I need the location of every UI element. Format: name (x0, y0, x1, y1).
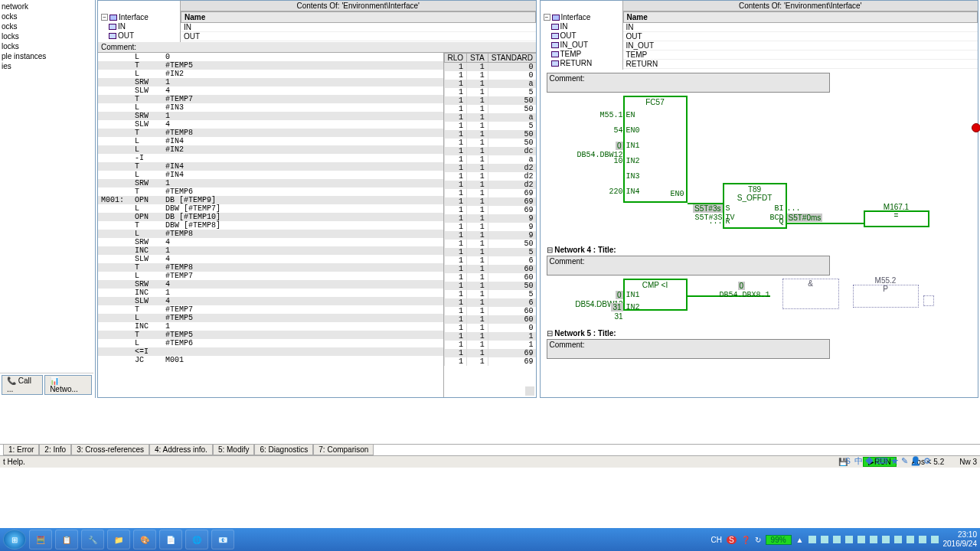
block-pin: EN (626, 111, 635, 119)
name-row[interactable]: OUT (623, 32, 978, 41)
stl-status-row: 1150 (444, 240, 536, 248)
and-block[interactable]: & (782, 279, 839, 309)
stl-row[interactable]: INC1 (98, 289, 443, 297)
stl-row[interactable]: OPNDB [#TEMP10] (98, 213, 443, 221)
name-row[interactable]: RETURN (623, 60, 978, 69)
name-row[interactable]: IN (623, 23, 978, 32)
cmp-title: CMP <I (625, 280, 686, 290)
network-comment[interactable]: Comment: (547, 73, 830, 93)
block-pin: IN2 (626, 157, 640, 165)
stl-row[interactable]: <=I (98, 347, 443, 356)
stl-row[interactable]: L#IN4 (98, 137, 443, 145)
network-3-diagram[interactable]: FC57 M55.1EN54EN00DB54.DBW12IN110IN2IN32… (577, 96, 972, 241)
stl-row[interactable]: INC1 (98, 322, 443, 331)
tree-node[interactable]: IN_OUT (544, 41, 621, 50)
network-4-header[interactable]: ⊟ Network 4 : Title: (547, 246, 972, 254)
sidebar-tab-call[interactable]: 📞 Call ... (2, 375, 43, 395)
name-row[interactable]: IN (181, 23, 536, 32)
stl-row[interactable]: T#TEMP7 (98, 95, 443, 103)
tree-node[interactable]: OUT (101, 31, 178, 41)
interface-tree-right[interactable]: −Interface INOUTIN_OUTTEMPRETURN (541, 11, 622, 70)
network-5-comment[interactable]: Comment: (547, 339, 830, 359)
fbd-pane: . −Interface INOUTIN_OUTTEMPRETURN Conte… (540, 0, 979, 398)
m55-coil[interactable]: M55.2 P (853, 285, 919, 308)
stl-row[interactable]: L0 (98, 53, 443, 61)
message-tab[interactable]: 5: Modify (213, 445, 255, 455)
message-tab[interactable]: 6: Diagnostics (254, 445, 313, 455)
stl-row[interactable]: T#TEMP8 (98, 129, 443, 137)
sidebar-tab-network[interactable]: 📊 Netwo... (44, 375, 92, 395)
interface-tree-left[interactable]: −Interface INOUT (98, 11, 180, 42)
stl-row[interactable]: JCM001 (98, 356, 443, 364)
stl-row[interactable]: L#IN3 (98, 103, 443, 112)
stl-code[interactable]: L0T#TEMP5L#IN2SRW1SLW4T#TEMP7L#IN3SRW1SL… (98, 53, 444, 397)
stl-row[interactable]: T#TEMP7 (98, 305, 443, 314)
sidebar-item[interactable]: ple instances (0, 51, 93, 61)
stl-row[interactable]: SLW4 (98, 255, 443, 263)
stl-row[interactable]: SRW1 (98, 179, 443, 187)
sidebar-tree[interactable]: networkocksockslockslocksple instancesie… (0, 2, 93, 373)
stl-row[interactable]: -I (98, 154, 443, 162)
sidebar-item[interactable]: ocks (0, 11, 93, 21)
name-row[interactable]: OUT (181, 32, 536, 41)
online-indicator-icon (972, 123, 980, 132)
stl-status-row: 110 (444, 71, 536, 80)
tree-minus-icon[interactable]: − (544, 14, 550, 21)
sidebar-item[interactable]: network (0, 2, 93, 11)
stl-row[interactable]: T#TEMP5 (98, 61, 443, 70)
stl-row[interactable]: INC1 (98, 246, 443, 255)
sidebar-item[interactable]: ies (0, 61, 93, 71)
tree-node[interactable]: IN (544, 22, 621, 31)
network-5-header[interactable]: ⊟ Network 5 : Title: (547, 329, 972, 337)
stl-row[interactable]: L#TEMP7 (98, 272, 443, 280)
status-help: t Help. (3, 458, 25, 466)
stl-row[interactable]: SRW1 (98, 112, 443, 120)
stl-row[interactable]: L#IN2 (98, 70, 443, 78)
name-col-header-r: Name (623, 11, 978, 23)
message-tab[interactable]: 7: Comparison (313, 445, 374, 455)
message-tab[interactable]: 4: Address info. (149, 445, 213, 455)
stl-row[interactable]: SLW4 (98, 86, 443, 95)
t89-block[interactable]: T89S_OFFDT S5T#3s S BI ... S5T#3S TV BCD… (723, 183, 787, 229)
m167-coil[interactable]: M167.1 = (864, 210, 929, 227)
stl-row[interactable]: T#IN4 (98, 162, 443, 171)
tree-node[interactable]: TEMP (544, 50, 621, 59)
sidebar-item[interactable]: ocks (0, 21, 93, 31)
sidebar-item[interactable]: locks (0, 31, 93, 41)
stl-row[interactable]: M001:OPNDB [#TEMP9] (98, 196, 443, 204)
stl-row[interactable]: T#TEMP6 (98, 187, 443, 196)
tree-minus-icon[interactable]: − (101, 14, 108, 21)
stl-row[interactable]: SLW4 (98, 297, 443, 305)
stl-row[interactable]: T#TEMP8 (98, 263, 443, 272)
stl-status-row: 1169 (444, 357, 536, 366)
stl-row[interactable]: LDBW [#TEMP7] (98, 204, 443, 213)
stl-row[interactable]: T#TEMP5 (98, 331, 443, 339)
cmp-block[interactable]: CMP <I 0DB54.DBW12 IN1 3131 IN2 (623, 279, 688, 311)
tree-node[interactable]: OUT (544, 31, 621, 41)
tree-node[interactable]: RETURN (544, 59, 621, 68)
name-row[interactable]: TEMP (623, 51, 978, 60)
network-4-comment[interactable]: Comment: (547, 256, 830, 276)
stl-row[interactable]: L#IN4 (98, 171, 443, 179)
network-4-diagram[interactable]: CMP <I 0DB54.DBW12 IN1 3131 IN2 0 DB54.D… (577, 279, 972, 324)
stl-row[interactable]: SLW4 (98, 120, 443, 129)
stl-status-row: 1160 (444, 265, 536, 273)
stl-status-row: 111 (444, 332, 536, 341)
message-tab[interactable]: 1: Error (3, 445, 39, 455)
ime-toolbar[interactable]: Ｓ 中 ◆ ⌨ ★ ✎ 👤 ⚙ (844, 455, 931, 467)
stl-row[interactable]: L#TEMP8 (98, 230, 443, 238)
stl-row[interactable]: L#TEMP6 (98, 339, 443, 347)
stl-row[interactable]: SRW4 (98, 238, 443, 246)
name-row[interactable]: IN_OUT (623, 41, 978, 51)
stl-row[interactable]: TDBW [#TEMP8] (98, 221, 443, 230)
tree-node[interactable]: IN (101, 22, 178, 31)
t89-title: T89S_OFFDT (724, 184, 786, 203)
stl-row[interactable]: SRW1 (98, 78, 443, 86)
stl-row[interactable]: SRW4 (98, 280, 443, 289)
stl-row[interactable]: L#IN2 (98, 145, 443, 154)
message-tab[interactable]: 3: Cross-references (71, 445, 149, 455)
stl-row[interactable]: L#TEMP5 (98, 314, 443, 322)
fc57-block[interactable]: FC57 M55.1EN54EN00DB54.DBW12IN110IN2IN32… (623, 96, 688, 203)
sidebar-item[interactable]: locks (0, 41, 93, 51)
message-tab[interactable]: 2: Info (39, 445, 71, 455)
